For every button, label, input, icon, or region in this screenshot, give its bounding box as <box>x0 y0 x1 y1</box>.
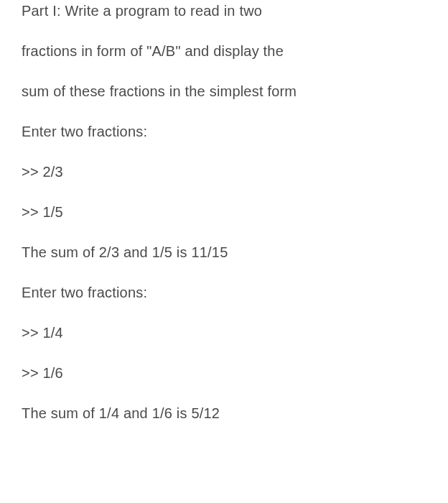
example1-input1: >> 2/3 <box>22 161 426 183</box>
example2-input2: >> 1/6 <box>22 362 426 384</box>
example1-input2: >> 1/5 <box>22 201 426 223</box>
example2-result: The sum of 1/4 and 1/6 is 5/12 <box>22 402 426 424</box>
example2-prompt: Enter two fractions: <box>22 282 426 303</box>
intro-text-line3: sum of these fractions in the simplest f… <box>22 80 426 102</box>
intro-text-line1: Part I: Write a program to read in two <box>22 0 426 22</box>
example2-input1: >> 1/4 <box>22 322 426 343</box>
intro-text-line2: fractions in form of "A/B" and display t… <box>22 40 426 62</box>
example1-result: The sum of 2/3 and 1/5 is 11/15 <box>22 241 426 263</box>
example1-prompt: Enter two fractions: <box>22 121 426 142</box>
